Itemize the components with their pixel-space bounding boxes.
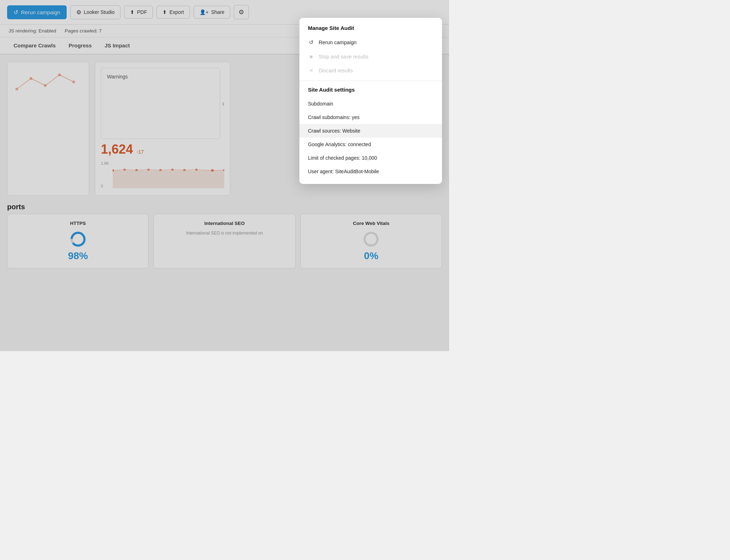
menu-subdomain[interactable]: Subdomain [299, 97, 442, 111]
menu-google-analytics[interactable]: Google Analytics: connected [299, 138, 442, 151]
user-agent-label: User agent: SiteAuditBot-Mobile [308, 169, 379, 174]
menu-crawl-subdomains[interactable]: Crawl subdomains: yes [299, 111, 442, 124]
manage-site-audit-dropdown: Manage Site Audit ↺ Rerun campaign ■ Sto… [299, 18, 442, 184]
settings-section-title: Site Audit settings [299, 85, 442, 97]
rerun-menu-icon: ↺ [308, 39, 314, 46]
crawl-subdomains-label: Crawl subdomains: yes [308, 114, 360, 120]
menu-user-agent[interactable]: User agent: SiteAuditBot-Mobile [299, 165, 442, 178]
google-analytics-label: Google Analytics: connected [308, 142, 371, 147]
discard-icon: ✕ [308, 67, 314, 74]
subdomain-label: Subdomain [308, 101, 333, 107]
discard-label: Discard results [319, 68, 353, 73]
limit-pages-label: Limit of checked pages: 10,000 [308, 155, 377, 161]
menu-limit-pages[interactable]: Limit of checked pages: 10,000 [299, 151, 442, 165]
crawl-sources-label: Crawl sources: Website [308, 128, 360, 134]
stop-save-label: Stop and save results [319, 54, 368, 60]
menu-rerun-campaign[interactable]: ↺ Rerun campaign [299, 35, 442, 50]
menu-divider [299, 81, 442, 81]
menu-discard: ✕ Discard results [299, 63, 442, 78]
stop-icon: ■ [308, 53, 314, 60]
rerun-menu-label: Rerun campaign [319, 40, 356, 45]
manage-section-title: Manage Site Audit [299, 25, 442, 35]
menu-stop-save: ■ Stop and save results [299, 50, 442, 63]
menu-crawl-sources[interactable]: Crawl sources: Website [299, 124, 442, 138]
